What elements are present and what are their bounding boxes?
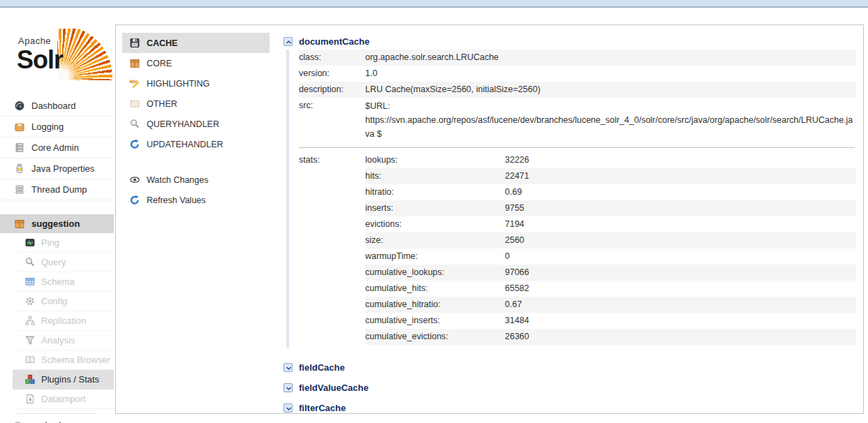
section-header-fieldvaluecache[interactable]: fieldValueCache	[284, 380, 856, 394]
expand-icon[interactable]	[284, 363, 293, 372]
stat-row: cumulative_lookups: 97066	[365, 265, 856, 281]
sidebar-item-dashboard[interactable]: Dashboard	[0, 96, 114, 117]
expand-icon[interactable]	[284, 403, 293, 413]
property-key: version:	[299, 66, 365, 82]
plugin-tab-label: UPDATEHANDLER	[147, 140, 223, 149]
plugins-actions: Watch Changes Refresh Values	[122, 170, 270, 210]
content-panel: CACHE CORE abc HIGHLIGHTING OTHER QUERYH…	[115, 24, 864, 414]
plugin-tab-label: OTHER	[147, 99, 177, 109]
other-icon	[129, 98, 140, 109]
core-item-label: Replication	[41, 316, 86, 326]
core-item-ping[interactable]: Ping	[13, 233, 114, 253]
core-item-label: Query	[41, 257, 66, 267]
expand-icon[interactable]	[284, 383, 293, 392]
core-item-label: Config	[41, 296, 68, 306]
stat-key: hitratio:	[365, 184, 505, 200]
config-icon	[24, 296, 36, 306]
stat-row: cumulative_evictions: 26360	[365, 329, 856, 345]
property-row-src: src: $URL: https://svn.apache.org/repos/…	[299, 98, 856, 143]
stat-key: warmupTime:	[365, 248, 505, 265]
stats-divider	[299, 147, 855, 148]
stat-value: 32226	[505, 152, 856, 168]
core-item-plugins-stats[interactable]: Plugins / Stats	[13, 370, 114, 389]
sidebar-item-thread-dump[interactable]: Thread Dump	[0, 179, 114, 200]
property-value: LRU Cache(maxSize=2560, initialSize=2560…	[365, 82, 856, 98]
refresh-values-button[interactable]: Refresh Values	[122, 190, 270, 210]
stat-row: warmupTime: 0	[365, 248, 856, 265]
refresh-values-label: Refresh Values	[147, 195, 206, 205]
property-row: version: 1.0	[299, 66, 856, 82]
stat-value: 9755	[505, 200, 856, 216]
sidebar-item-logging[interactable]: Logging	[0, 117, 114, 138]
plugins-stats-icon	[24, 374, 36, 385]
plugin-tab-other[interactable]: OTHER	[122, 94, 270, 114]
brand-solr: Solr	[17, 45, 63, 75]
partial-core-item[interactable]	[0, 418, 114, 423]
core-item-analysis[interactable]: Analysis	[13, 331, 114, 350]
core-selector-suggestion[interactable]: suggestion	[0, 214, 114, 233]
stat-key: cumulative_hitratio:	[365, 297, 505, 313]
core-item-query[interactable]: Query	[13, 253, 114, 272]
stat-row: hitratio: 0.69	[365, 184, 856, 200]
top-bar	[0, 0, 868, 8]
property-row: class: org.apache.solr.search.LRUCache	[299, 50, 856, 66]
sidebar-item-label: Core Admin	[31, 142, 79, 153]
plugin-tab-cache[interactable]: CACHE	[122, 33, 270, 53]
stat-key: cumulative_hits:	[365, 281, 505, 297]
refresh-values-icon	[129, 195, 140, 205]
dataimport-icon	[24, 394, 36, 404]
section-header-fieldcache[interactable]: fieldCache	[284, 360, 856, 374]
section-header-documentcache[interactable]: documentCache	[284, 34, 856, 48]
stats-block: stats: lookups: 32226 hits: 22471 hitrat…	[299, 152, 856, 345]
plugin-tab-label: QUERYHANDLER	[147, 119, 219, 129]
plugin-tab-core[interactable]: CORE	[122, 53, 270, 73]
ping-icon	[24, 237, 36, 248]
highlighting-icon: abc	[129, 78, 140, 89]
watch-changes-icon	[129, 175, 140, 185]
stat-row: evictions: 7194	[365, 216, 856, 232]
stat-key: lookups:	[365, 152, 505, 168]
watch-changes-button[interactable]: Watch Changes	[122, 170, 270, 190]
core-admin-icon	[14, 142, 25, 153]
plugin-tab-highlighting[interactable]: abc HIGHLIGHTING	[122, 73, 270, 94]
stat-key: evictions:	[365, 216, 505, 232]
stat-key: inserts:	[365, 200, 505, 216]
property-key: description:	[299, 82, 365, 98]
core-item-dataimport[interactable]: Dataimport	[13, 389, 114, 409]
property-key: src:	[299, 98, 365, 143]
stat-key: size:	[365, 232, 505, 248]
schema-browser-icon	[24, 355, 36, 365]
core-item-schema-browser[interactable]: Schema Browser	[13, 350, 114, 370]
sidebar-item-java-properties[interactable]: Java Properties	[0, 158, 114, 179]
core-nav: Ping Query Schema Config Replication	[0, 233, 114, 409]
plugin-details: documentCache class: org.apache.solr.sea…	[284, 25, 856, 423]
plugin-tab-updatehandler[interactable]: UPDATEHANDLER	[122, 134, 270, 154]
section-title: filterCache	[299, 403, 346, 413]
property-key: class:	[299, 50, 365, 66]
plugins-menu: CACHE CORE abc HIGHLIGHTING OTHER QUERYH…	[122, 33, 270, 210]
core-item-replication[interactable]: Replication	[13, 311, 114, 331]
stat-row: hits: 22471	[365, 168, 856, 184]
core-item-schema[interactable]: Schema	[13, 272, 114, 292]
stat-value: 2560	[505, 232, 856, 248]
core-item-label: Schema	[41, 276, 75, 287]
sidebar-nav: Dashboard Logging Core Admin Java Proper…	[0, 96, 114, 200]
schema-icon	[24, 276, 36, 287]
core-item-config[interactable]: Config	[13, 292, 114, 311]
stat-value: 0.67	[505, 297, 856, 313]
section-fieldcache: fieldCache	[284, 360, 856, 374]
section-header-filtercache[interactable]: filterCache	[284, 401, 856, 415]
sidebar-item-label: Logging	[31, 121, 64, 132]
queryhandler-icon	[129, 119, 140, 129]
section-fieldvaluecache: fieldValueCache	[284, 380, 856, 394]
sidebar-item-label: Thread Dump	[31, 184, 87, 195]
collapse-icon[interactable]	[284, 37, 293, 46]
dashboard-icon	[14, 101, 25, 111]
plugin-tab-queryhandler[interactable]: QUERYHANDLER	[122, 114, 270, 134]
cache-icon	[129, 38, 140, 48]
core-item-label: Ping	[41, 237, 59, 248]
sidebar-item-label: Dashboard	[31, 101, 76, 111]
core-item-label: Plugins / Stats	[41, 374, 99, 385]
sidebar-divider	[17, 413, 97, 414]
sidebar-item-core-admin[interactable]: Core Admin	[0, 138, 114, 158]
